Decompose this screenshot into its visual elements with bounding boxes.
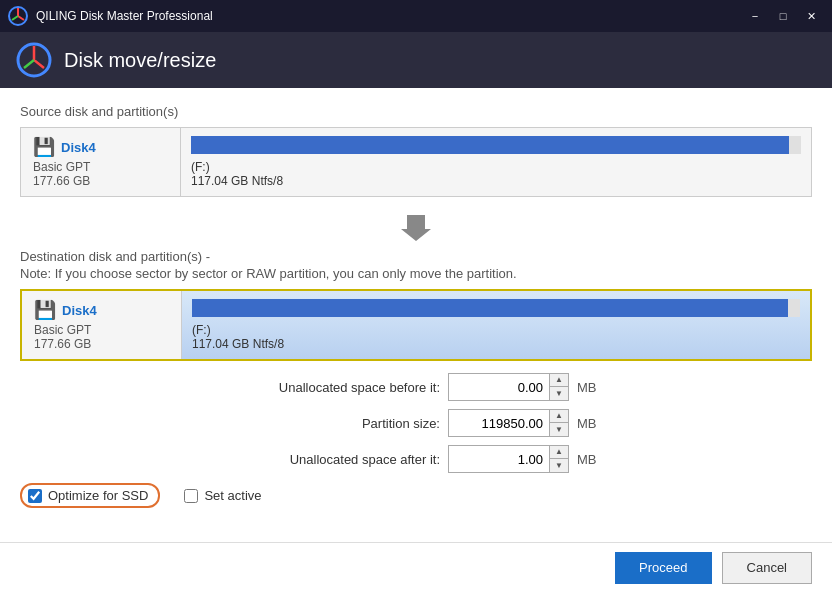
source-section-label: Source disk and partition(s) [20, 104, 812, 119]
dest-disk-type: Basic GPT [34, 323, 169, 337]
dialog-footer: Proceed Cancel [0, 542, 832, 592]
dialog-title: Disk move/resize [64, 49, 216, 72]
dest-partition-fill [192, 299, 788, 317]
unalloc-after-input[interactable] [449, 446, 549, 472]
minimize-button[interactable]: − [742, 6, 768, 26]
dialog-header: Disk move/resize [0, 32, 832, 88]
unalloc-after-up[interactable]: ▲ [550, 446, 568, 459]
partition-size-input[interactable] [449, 410, 549, 436]
dest-disk-visual: (F:) 117.04 GB Ntfs/8 [182, 291, 810, 359]
source-disk-type: Basic GPT [33, 160, 168, 174]
down-arrow-icon [401, 211, 431, 241]
unalloc-after-unit: MB [577, 452, 602, 467]
header-logo-icon [16, 42, 52, 78]
unalloc-before-row: Unallocated space before it: ▲ ▼ MB [20, 373, 812, 401]
dest-section-note: Note: If you choose sector by sector or … [20, 266, 812, 281]
dest-partition-letter: (F:) [192, 323, 800, 337]
set-active-wrap: Set active [184, 488, 261, 503]
unalloc-after-input-wrap: ▲ ▼ [448, 445, 569, 473]
app-logo-icon [8, 6, 28, 26]
titlebar: QILING Disk Master Professional − □ ✕ [0, 0, 832, 32]
optimize-ssd-label: Optimize for SSD [48, 488, 148, 503]
unalloc-before-input[interactable] [449, 374, 549, 400]
dialog-content: Source disk and partition(s) 💾 Disk4 Bas… [0, 88, 832, 592]
source-partition-bar [191, 136, 801, 154]
dest-disk-info: 💾 Disk4 Basic GPT 177.66 GB [22, 291, 182, 359]
cancel-button[interactable]: Cancel [722, 552, 812, 584]
maximize-button[interactable]: □ [770, 6, 796, 26]
source-partition-fill [191, 136, 789, 154]
arrow-container [20, 203, 812, 249]
dest-hdd-icon: 💾 [34, 299, 56, 321]
app-title: QILING Disk Master Professional [36, 9, 742, 23]
unalloc-before-input-wrap: ▲ ▼ [448, 373, 569, 401]
source-disk-size: 177.66 GB [33, 174, 168, 188]
dest-section-label: Destination disk and partition(s) - [20, 249, 812, 264]
dest-disk-name: 💾 Disk4 [34, 299, 169, 321]
partition-size-up[interactable]: ▲ [550, 410, 568, 423]
unalloc-before-unit: MB [577, 380, 602, 395]
dest-disk-size: 177.66 GB [34, 337, 169, 351]
svg-marker-2 [401, 215, 431, 241]
dest-partition-bar [192, 299, 800, 317]
unalloc-before-label: Unallocated space before it: [230, 380, 440, 395]
partition-size-spinner: ▲ ▼ [549, 410, 568, 436]
close-button[interactable]: ✕ [798, 6, 824, 26]
partition-size-unit: MB [577, 416, 602, 431]
unalloc-before-down[interactable]: ▼ [550, 387, 568, 400]
unalloc-after-label: Unallocated space after it: [230, 452, 440, 467]
unalloc-after-row: Unallocated space after it: ▲ ▼ MB [20, 445, 812, 473]
source-disk-name: 💾 Disk4 [33, 136, 168, 158]
optimize-ssd-checkbox[interactable] [28, 489, 42, 503]
set-active-label: Set active [204, 488, 261, 503]
partition-size-input-wrap: ▲ ▼ [448, 409, 569, 437]
source-partition-letter: (F:) [191, 160, 801, 174]
partition-size-row: Partition size: ▲ ▼ MB [20, 409, 812, 437]
set-active-checkbox[interactable] [184, 489, 198, 503]
dest-disk-panel: 💾 Disk4 Basic GPT 177.66 GB (F:) 117.04 … [20, 289, 812, 361]
partition-size-label: Partition size: [230, 416, 440, 431]
partition-size-down[interactable]: ▼ [550, 423, 568, 436]
unalloc-after-down[interactable]: ▼ [550, 459, 568, 472]
source-disk-panel: 💾 Disk4 Basic GPT 177.66 GB (F:) 117.04 … [20, 127, 812, 197]
optimize-ssd-wrap: Optimize for SSD [20, 483, 160, 508]
dest-partition-detail: 117.04 GB Ntfs/8 [192, 337, 800, 351]
proceed-button[interactable]: Proceed [615, 552, 711, 584]
source-disk-info: 💾 Disk4 Basic GPT 177.66 GB [21, 128, 181, 196]
unalloc-before-spinner: ▲ ▼ [549, 374, 568, 400]
source-partition-detail: 117.04 GB Ntfs/8 [191, 174, 801, 188]
source-disk-visual: (F:) 117.04 GB Ntfs/8 [181, 128, 811, 196]
window-controls: − □ ✕ [742, 6, 824, 26]
bottom-options: Optimize for SSD Set active [20, 483, 812, 508]
unalloc-after-spinner: ▲ ▼ [549, 446, 568, 472]
unalloc-before-up[interactable]: ▲ [550, 374, 568, 387]
hdd-icon: 💾 [33, 136, 55, 158]
